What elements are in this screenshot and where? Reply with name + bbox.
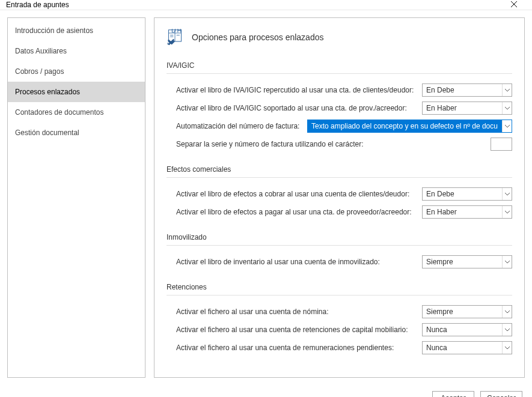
sidebar-item-label: Procesos enlazados	[15, 88, 80, 96]
ledger-icon: D H	[167, 29, 183, 46]
dropdown-inventario[interactable]: Siempre	[422, 255, 512, 268]
chevron-down-icon	[502, 84, 512, 96]
label-inventario: Activar el libro de inventario al usar u…	[176, 258, 417, 266]
row-iva-repercutido: Activar el libro de IVA/IGIC repercutido…	[167, 81, 512, 99]
panel-header: D H Opciones para procesos enlazados	[167, 29, 512, 46]
dropdown-value: En Haber	[423, 104, 502, 112]
sidebar-item-label: Datos Auxiliares	[15, 47, 67, 55]
dropdown-efectos-cobrar[interactable]: En Debe	[422, 187, 512, 201]
chevron-down-icon	[502, 256, 512, 268]
dropdown-value: En Debe	[423, 86, 502, 94]
dropdown-efectos-pagar[interactable]: En Haber	[422, 205, 512, 219]
sidebar-item-introduccion[interactable]: Introducción de asientos	[8, 20, 145, 41]
chevron-down-icon	[502, 342, 512, 354]
label-efectos-pagar: Activar el libro de efectos a pagar al u…	[176, 208, 417, 216]
svg-text:D: D	[171, 29, 176, 34]
dropdown-retenciones-remuneraciones[interactable]: Nunca	[422, 341, 512, 354]
dropdown-value: Nunca	[423, 326, 502, 334]
section-title-inmovilizado: Inmovilizado	[167, 231, 512, 246]
button-bar: Aceptar Cancelar	[0, 385, 532, 397]
row-efectos-cobrar: Activar el libro de efectos a cobrar al …	[167, 185, 512, 203]
section-retenciones: Retenciones Activar el fichero al usar u…	[167, 280, 512, 357]
row-separar-serie: Separar la serie y número de factura uti…	[167, 135, 512, 153]
section-iva: IVA/IGIC Activar el libro de IVA/IGIC re…	[167, 59, 512, 153]
sidebar-item-label: Introducción de asientos	[15, 26, 93, 35]
window-title: Entrada de apuntes	[6, 1, 502, 9]
row-inventario: Activar el libro de inventario al usar u…	[167, 253, 512, 271]
sidebar-item-cobros-pagos[interactable]: Cobros / pagos	[8, 61, 145, 82]
chevron-down-icon	[502, 102, 512, 114]
row-retenciones-remuneraciones: Activar el fichero al usar una cuenta de…	[167, 339, 512, 357]
sidebar-item-label: Gestión documental	[15, 129, 79, 137]
chevron-down-icon	[502, 188, 512, 200]
label-efectos-cobrar: Activar el libro de efectos a cobrar al …	[176, 190, 417, 198]
label-retenciones-remuneraciones: Activar el fichero al usar una cuenta de…	[176, 344, 417, 352]
cancel-button[interactable]: Cancelar	[480, 391, 522, 397]
panel-title: Opciones para procesos enlazados	[192, 32, 323, 42]
input-separar-caracter[interactable]	[491, 138, 512, 151]
close-icon	[510, 1, 518, 8]
svg-text:H: H	[177, 29, 182, 34]
main-panel: D H Opciones para procesos enlazados IVA…	[154, 17, 525, 378]
row-iva-soportado: Activar el libro de IVA/IGIC soportado a…	[167, 99, 512, 117]
label-separar-serie: Separar la serie y número de factura uti…	[176, 140, 486, 148]
chevron-down-icon	[502, 206, 512, 218]
sidebar-item-gestion-documental[interactable]: Gestión documental	[8, 123, 145, 143]
sidebar-item-datos-auxiliares[interactable]: Datos Auxiliares	[8, 41, 145, 61]
dropdown-auto-num-factura[interactable]: Texto ampliado del concepto y en su defe…	[307, 120, 512, 133]
section-efectos: Efectos comerciales Activar el libro de …	[167, 163, 512, 221]
dropdown-value: En Haber	[423, 208, 502, 216]
dropdown-retenciones-capital[interactable]: Nunca	[422, 323, 512, 336]
dropdown-retenciones-nomina[interactable]: Siempre	[422, 305, 512, 318]
button-label: Cancelar	[487, 394, 516, 397]
sidebar-item-label: Contadores de documentos	[15, 108, 103, 117]
button-label: Aceptar	[441, 394, 465, 397]
sidebar: Introducción de asientos Datos Auxiliare…	[7, 17, 145, 378]
sidebar-item-procesos-enlazados[interactable]: Procesos enlazados	[8, 82, 145, 102]
label-auto-num: Automatización del número de factura:	[176, 122, 302, 130]
dropdown-value: Nunca	[423, 344, 502, 352]
section-title-retenciones: Retenciones	[167, 280, 512, 295]
dropdown-iva-repercutido[interactable]: En Debe	[422, 83, 512, 97]
row-retenciones-capital: Activar el fichero al usar una cuenta de…	[167, 321, 512, 339]
dropdown-value: En Debe	[423, 190, 502, 198]
dropdown-iva-soportado[interactable]: En Haber	[422, 102, 512, 115]
titlebar: Entrada de apuntes	[0, 0, 532, 10]
dialog-body: Introducción de asientos Datos Auxiliare…	[0, 10, 532, 385]
row-auto-num-factura: Automatización del número de factura: Te…	[167, 117, 512, 135]
chevron-down-icon	[502, 120, 512, 132]
row-retenciones-nomina: Activar el fichero al usar una cuenta de…	[167, 303, 512, 321]
label-iva-repercutido: Activar el libro de IVA/IGIC repercutido…	[176, 86, 417, 94]
sidebar-item-contadores[interactable]: Contadores de documentos	[8, 102, 145, 123]
dropdown-value: Siempre	[423, 258, 502, 266]
label-retenciones-nomina: Activar el fichero al usar una cuenta de…	[176, 308, 417, 316]
close-button[interactable]	[502, 0, 526, 10]
sidebar-item-label: Cobros / pagos	[15, 67, 64, 76]
label-iva-soportado: Activar el libro de IVA/IGIC soportado a…	[176, 104, 417, 112]
section-title-efectos: Efectos comerciales	[167, 163, 512, 178]
accept-button[interactable]: Aceptar	[432, 391, 474, 397]
label-retenciones-capital: Activar el fichero al usar una cuenta de…	[176, 326, 417, 334]
section-inmovilizado: Inmovilizado Activar el libro de inventa…	[167, 231, 512, 271]
chevron-down-icon	[502, 324, 512, 336]
chevron-down-icon	[502, 306, 512, 318]
dropdown-value: Texto ampliado del concepto y en su defe…	[308, 120, 502, 132]
section-title-iva: IVA/IGIC	[167, 59, 512, 74]
row-efectos-pagar: Activar el libro de efectos a pagar al u…	[167, 203, 512, 221]
dropdown-value: Siempre	[423, 308, 502, 316]
